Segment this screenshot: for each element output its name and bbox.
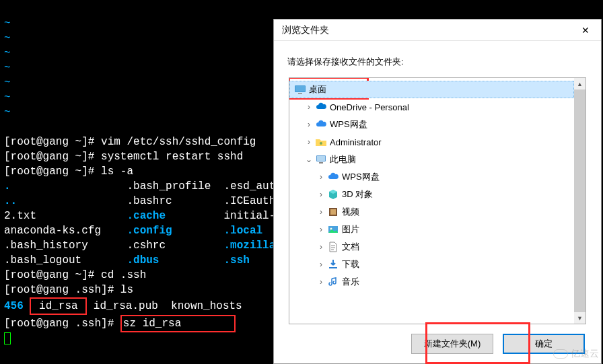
- tree-label: 3D 对象: [342, 188, 373, 201]
- vim-tilde: ~: [4, 92, 11, 104]
- expand-icon[interactable]: ›: [316, 172, 326, 182]
- cmd-ls: ls: [120, 284, 133, 296]
- tree-label: 图片: [342, 223, 359, 235]
- ls-item: .dbus: [127, 254, 159, 266]
- expand-icon[interactable]: ›: [316, 190, 326, 199]
- tree-item-desktop[interactable]: 桌面: [289, 81, 574, 98]
- vim-tilde: ~: [4, 62, 11, 74]
- dialog-button-row: 新建文件夹(M) 确定: [274, 324, 601, 363]
- desktop-icon: [294, 83, 306, 96]
- svg-rect-1: [295, 86, 305, 92]
- computer-icon: [315, 153, 327, 166]
- document-icon: [327, 241, 339, 253]
- ls-item: .bash_history: [4, 240, 88, 252]
- new-folder-button[interactable]: 新建文件夹(M): [411, 334, 493, 354]
- cmd-sz: sz id_rsa: [123, 318, 181, 330]
- user-folder-icon: [315, 136, 327, 148]
- tree-label: 视频: [342, 206, 359, 218]
- ls-item: .ssh: [223, 254, 249, 266]
- prompt: [root@gang .ssh]#: [4, 318, 114, 330]
- highlight-id-rsa: id_rsa: [30, 297, 87, 315]
- vertical-scrollbar[interactable]: ▲ ▼: [574, 78, 586, 324]
- vim-tilde: ~: [4, 47, 11, 59]
- tree-item-administrator[interactable]: › Administrator: [289, 133, 574, 151]
- prompt: [root@gang ~]#: [4, 269, 94, 281]
- tree-item-documents[interactable]: › 文档: [289, 238, 574, 256]
- watermark-text: 亿速云: [571, 348, 599, 360]
- browse-folder-dialog: 浏览文件夹 ✕ 请选择保存接收文件的文件夹: 桌面 › OneDrive - P…: [273, 19, 602, 364]
- close-button[interactable]: ✕: [570, 20, 601, 41]
- scroll-thumb[interactable]: [574, 89, 586, 312]
- cmd-cd: cd .ssh: [101, 269, 146, 281]
- tree-item-onedrive[interactable]: › OneDrive - Personal: [289, 98, 574, 116]
- film-icon: [327, 206, 339, 218]
- svg-rect-6: [319, 162, 323, 163]
- tree-item-3dobjects[interactable]: › 3D 对象: [289, 186, 574, 203]
- svg-point-3: [320, 142, 322, 145]
- download-icon: [327, 258, 339, 270]
- svg-rect-8: [330, 209, 336, 215]
- cloud-icon: [327, 171, 339, 183]
- tree-label: WPS网盘: [330, 118, 367, 131]
- svg-rect-11: [329, 267, 337, 268]
- tree-item-pictures[interactable]: › 图片: [289, 221, 574, 238]
- ls-item: .mozilla: [223, 240, 275, 252]
- svg-rect-5: [317, 156, 325, 161]
- tree-label: 文档: [342, 241, 359, 253]
- tree-label: WPS网盘: [342, 171, 380, 183]
- highlight-sz-cmd: sz id_rsa: [120, 315, 236, 332]
- prompt: [root@gang ~]#: [4, 166, 94, 178]
- ls-count: 456: [4, 300, 24, 312]
- tree-label: OneDrive - Personal: [330, 102, 409, 112]
- ls-item: .local: [223, 225, 262, 237]
- tree-item-wps[interactable]: › WPS网盘: [289, 116, 574, 133]
- expand-icon[interactable]: ›: [316, 260, 326, 269]
- tree-item-wps2[interactable]: › WPS网盘: [289, 168, 574, 186]
- scroll-down-button[interactable]: ▼: [574, 312, 586, 324]
- cloud-icon: [315, 101, 327, 113]
- ls-item: .cshrc: [127, 240, 166, 252]
- cube-icon: [327, 188, 339, 201]
- expand-icon[interactable]: ›: [304, 137, 314, 147]
- music-icon: [327, 276, 339, 288]
- tree-label: 下载: [342, 258, 359, 270]
- prompt: [root@gang ~]#: [4, 136, 94, 148]
- tree-item-thispc[interactable]: ⌄ 此电脑: [289, 151, 574, 168]
- dialog-title: 浏览文件夹: [282, 24, 570, 36]
- tree-item-videos[interactable]: › 视频: [289, 203, 574, 221]
- scroll-up-button[interactable]: ▲: [574, 78, 586, 89]
- ls-item: anaconda-ks.cfg: [4, 225, 101, 237]
- vim-tilde: ~: [4, 32, 11, 44]
- tree-label: 音乐: [342, 276, 359, 288]
- terminal-cursor[interactable]: [4, 332, 11, 344]
- expand-icon[interactable]: ›: [304, 120, 314, 129]
- collapse-icon[interactable]: ⌄: [304, 155, 314, 164]
- vim-tilde: ~: [4, 106, 11, 118]
- ls-item: .config: [127, 225, 172, 237]
- file-known-hosts: known_hosts: [171, 300, 242, 312]
- dialog-titlebar[interactable]: 浏览文件夹 ✕: [274, 20, 601, 41]
- prompt: [root@gang ~]#: [4, 151, 94, 163]
- tree-label: 桌面: [309, 83, 326, 96]
- tree-item-downloads[interactable]: › 下载: [289, 256, 574, 273]
- file-id-rsa-pub: id_rsa.pub: [94, 300, 158, 312]
- expand-icon[interactable]: ›: [316, 225, 326, 234]
- cloud-icon: [315, 118, 327, 131]
- cmd-systemctl: systemctl restart sshd: [101, 151, 243, 163]
- watermark-icon: [553, 349, 568, 359]
- expand-icon[interactable]: ›: [316, 242, 326, 252]
- vim-tilde: ~: [4, 17, 11, 30]
- expand-icon[interactable]: ›: [304, 102, 314, 112]
- expand-icon[interactable]: ›: [316, 277, 326, 287]
- folder-tree[interactable]: 桌面 › OneDrive - Personal › WPS网盘 › Admin…: [289, 78, 574, 324]
- tree-label: 此电脑: [330, 153, 356, 166]
- close-icon: ✕: [581, 25, 590, 36]
- tree-label: Administrator: [330, 137, 382, 147]
- cmd-ls-a: ls -a: [101, 166, 133, 178]
- vim-tilde: ~: [4, 77, 11, 89]
- ls-item: .bashrc: [127, 195, 172, 207]
- tree-item-music[interactable]: › 音乐: [289, 273, 574, 291]
- ls-item: .cache: [127, 210, 166, 222]
- expand-icon[interactable]: ›: [316, 207, 326, 217]
- svg-rect-2: [298, 93, 302, 94]
